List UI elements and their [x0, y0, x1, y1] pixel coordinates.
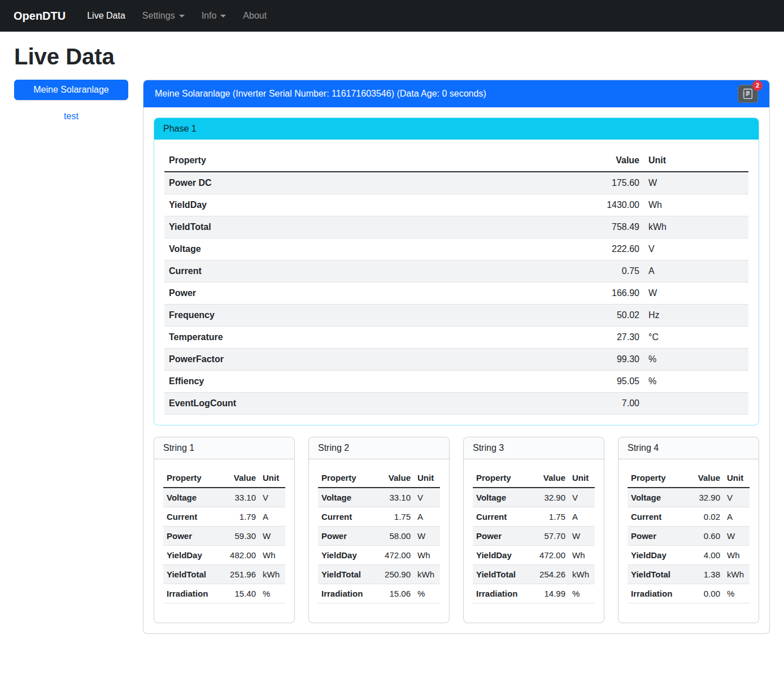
table-row: Effiency 95.05 % — [164, 371, 748, 393]
string-card-body: Property Value Unit Voltage 33.10 V Curr… — [154, 459, 294, 623]
phase-card-body: Property Value Unit Power DC 175.60 W Yi… — [154, 140, 759, 425]
row-unit: Wh — [259, 546, 285, 565]
row-value: 14.99 — [534, 584, 569, 603]
row-unit: W — [644, 172, 748, 194]
row-property: EventLogCount — [164, 393, 576, 415]
row-unit: W — [644, 282, 748, 305]
row-property: Voltage — [628, 488, 689, 507]
string-card-title: String 1 — [154, 437, 294, 459]
row-property: YieldDay — [318, 546, 379, 565]
row-unit: Wh — [644, 194, 748, 216]
nav-item-info-label: Info — [202, 11, 217, 21]
string-card-title: String 2 — [309, 437, 449, 459]
string-card: String 3 Property Value Unit Voltage 32.… — [463, 437, 604, 623]
row-property: Power — [628, 527, 689, 546]
row-unit: A — [724, 507, 750, 527]
row-unit: kWh — [644, 216, 748, 238]
column-header-unit: Unit — [259, 468, 285, 488]
row-value: 0.60 — [689, 527, 724, 546]
row-property: Voltage — [473, 488, 534, 507]
row-unit: % — [644, 371, 748, 393]
table-row: Voltage 222.60 V — [164, 238, 748, 260]
row-value: 1.75 — [534, 507, 569, 527]
table-row: Irradiation 14.99 % — [473, 584, 595, 603]
row-value: 472.00 — [534, 546, 569, 565]
string-card-body: Property Value Unit Voltage 33.10 V Curr… — [309, 459, 449, 623]
table-row: Current 1.79 A — [163, 507, 285, 527]
inverter-card-header: Meine Solaranlage (Inverter Serial Numbe… — [143, 80, 769, 107]
row-unit: % — [724, 584, 750, 603]
table-row: YieldTotal 250.90 kWh — [318, 565, 440, 584]
string-card-title: String 4 — [619, 437, 759, 459]
table-row: Power 0.60 W — [628, 527, 750, 546]
table-row: YieldTotal 254.26 kWh — [473, 565, 595, 584]
table-row: Irradiation 15.06 % — [318, 584, 440, 603]
row-value: 758.49 — [576, 216, 644, 238]
row-unit: W — [724, 527, 750, 546]
row-property: Effiency — [164, 371, 576, 393]
row-property: Power — [164, 282, 576, 305]
column-header-value: Value — [224, 468, 259, 488]
row-unit: V — [259, 488, 285, 507]
row-unit: Wh — [414, 546, 440, 565]
inverter-select-button[interactable]: Meine Solaranlage — [14, 80, 128, 100]
table-row: Power 59.30 W — [163, 527, 285, 546]
row-value: 33.10 — [379, 488, 414, 507]
nav-item-about[interactable]: About — [236, 6, 273, 25]
string-table: Property Value Unit Voltage 32.90 V Curr… — [628, 468, 750, 603]
row-property: Irradiation — [318, 584, 379, 603]
row-value: 1.75 — [379, 507, 414, 527]
navbar: OpenDTU Live Data Settings Info About — [0, 0, 784, 32]
column-header-value: Value — [689, 468, 724, 488]
inverter-card-title: Meine Solaranlage (Inverter Serial Numbe… — [155, 89, 486, 99]
table-header-row: Property Value Unit — [473, 468, 595, 488]
table-row: Voltage 32.90 V — [628, 488, 750, 507]
eventlog-count-badge[interactable]: 2 — [752, 80, 763, 91]
row-value: 1.79 — [224, 507, 259, 527]
table-row: YieldTotal 251.96 kWh — [163, 565, 285, 584]
table-row: YieldDay 472.00 Wh — [473, 546, 595, 565]
row-value: 32.90 — [689, 488, 724, 507]
column-header-property: Property — [164, 150, 576, 172]
row-unit: kWh — [569, 565, 595, 584]
row-unit: kWh — [414, 565, 440, 584]
row-unit: % — [569, 584, 595, 603]
table-row: Voltage 33.10 V — [318, 488, 440, 507]
nav-item-settings[interactable]: Settings — [136, 6, 191, 25]
row-property: Current — [164, 260, 576, 282]
inverter-select-test-link[interactable]: test — [14, 111, 128, 121]
nav-item-live-data[interactable]: Live Data — [80, 6, 132, 25]
table-row: YieldDay 472.00 Wh — [318, 546, 440, 565]
row-property: Irradiation — [628, 584, 689, 603]
column-header-unit: Unit — [414, 468, 440, 488]
table-row: Power 58.00 W — [318, 527, 440, 546]
phase-card: Phase 1 Property Value Unit Power DC — [154, 118, 759, 425]
table-header-row: Property Value Unit — [318, 468, 440, 488]
table-header-row: Property Value Unit — [164, 150, 748, 172]
string-table-body: Voltage 33.10 V Current 1.79 A Power 59.… — [163, 488, 285, 603]
row-value: 33.10 — [224, 488, 259, 507]
table-header-row: Property Value Unit — [628, 468, 750, 488]
row-unit: Wh — [724, 546, 750, 565]
row-property: Irradiation — [163, 584, 224, 603]
row-unit: W — [414, 527, 440, 546]
row-unit: V — [414, 488, 440, 507]
row-value: 222.60 — [576, 238, 644, 260]
row-value: 15.40 — [224, 584, 259, 603]
nav-item-info[interactable]: Info — [195, 6, 233, 25]
string-table-body: Voltage 33.10 V Current 1.75 A Power 58.… — [318, 488, 440, 603]
row-property: Temperature — [164, 327, 576, 349]
row-property: YieldTotal — [318, 565, 379, 584]
row-value: 95.05 — [576, 371, 644, 393]
row-value: 99.30 — [576, 349, 644, 371]
table-row: Voltage 32.90 V — [473, 488, 595, 507]
navbar-brand[interactable]: OpenDTU — [14, 10, 66, 23]
column-header-unit: Unit — [644, 150, 748, 172]
row-value: 0.75 — [576, 260, 644, 282]
table-row: YieldTotal 758.49 kWh — [164, 216, 748, 238]
table-row: Power DC 175.60 W — [164, 172, 748, 194]
main-panel: Meine Solaranlage (Inverter Serial Numbe… — [143, 80, 770, 634]
row-unit: A — [644, 260, 748, 282]
phase-card-title: Phase 1 — [154, 118, 759, 140]
table-row: Current 0.75 A — [164, 260, 748, 282]
